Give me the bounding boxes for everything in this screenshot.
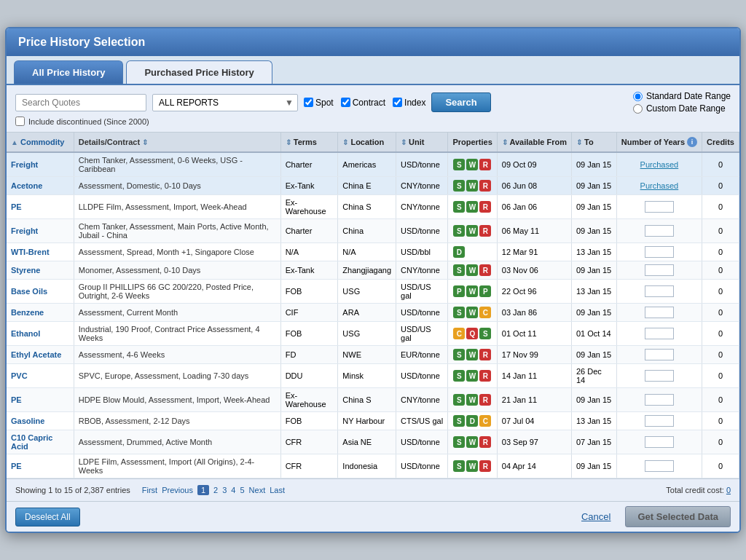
pagination-page-5[interactable]: 5 <box>240 486 244 494</box>
badge-r: R <box>479 264 491 276</box>
cell-available-from: 09 Oct 09 <box>497 152 571 177</box>
pagination-last[interactable]: Last <box>270 486 285 494</box>
search-button[interactable]: Search <box>431 92 490 112</box>
pagination-first[interactable]: First <box>142 486 157 494</box>
report-select[interactable]: ALL REPORTS <box>152 94 298 111</box>
cell-unit: EUR/tonne <box>396 346 448 364</box>
deselect-all-button[interactable]: Deselect All <box>15 508 80 527</box>
years-input[interactable] <box>645 264 674 276</box>
cell-years[interactable] <box>616 304 702 322</box>
filter-checkboxes: Spot Contract Index <box>304 98 425 108</box>
pagination-current[interactable]: 1 <box>197 485 209 495</box>
cell-credits: 0 <box>702 304 739 322</box>
total-cost-value[interactable]: 0 <box>726 486 731 494</box>
th-terms[interactable]: ⇕ Terms <box>280 133 338 152</box>
table-row[interactable]: Gasoline RBOB, Assessment, 2-12 Days FOB… <box>7 412 739 430</box>
index-checkbox[interactable]: Index <box>393 98 425 108</box>
table-row[interactable]: PE LLDPE Film, Assessment, Import, Week-… <box>7 195 739 219</box>
table-row[interactable]: Base Oils Group II PHILLIPS 66 GC 200/22… <box>7 280 739 304</box>
years-input[interactable] <box>645 307 674 318</box>
badge-w: W <box>466 180 478 192</box>
table-row[interactable]: Acetone Assessment, Domestic, 0-10 Days … <box>7 177 739 195</box>
th-unit[interactable]: ⇕ Unit <box>396 133 448 152</box>
pagination-page-2[interactable]: 2 <box>213 486 218 494</box>
cell-to: 09 Jan 15 <box>571 195 616 219</box>
cell-years[interactable] <box>616 430 702 454</box>
years-input[interactable] <box>645 460 674 472</box>
cell-years[interactable] <box>616 322 702 346</box>
years-input[interactable] <box>645 370 674 382</box>
cell-unit: CNY/tonne <box>396 195 448 219</box>
table-row[interactable]: Styrene Monomer, Assessment, 0-10 Days E… <box>7 261 739 280</box>
standard-date-range[interactable]: Standard Date Range <box>633 91 731 101</box>
cell-commodity: Freight <box>7 219 74 243</box>
cell-years[interactable]: Purchased <box>616 177 702 195</box>
purchased-link[interactable]: Purchased <box>640 160 679 169</box>
table-row[interactable]: Benzene Assessment, Current Month CIF AR… <box>7 304 739 322</box>
search-input[interactable] <box>15 94 146 111</box>
cell-years[interactable] <box>616 454 702 478</box>
years-input[interactable] <box>645 349 674 360</box>
th-location[interactable]: ⇕ Location <box>338 133 396 152</box>
table-row[interactable]: C10 Capric Acid Assessment, Drummed, Act… <box>7 430 739 454</box>
badge-w: W <box>466 159 478 170</box>
cell-commodity: Ethanol <box>7 322 74 346</box>
table-row[interactable]: PE HDPE Blow Mould, Assessment, Import, … <box>7 388 739 412</box>
custom-date-range[interactable]: Custom Date Range <box>633 103 731 114</box>
include-discontinued-checkbox[interactable]: Include discontinued (Since 2000) <box>15 117 149 126</box>
tab-purchased-price-history[interactable]: Purchased Price History <box>126 60 272 84</box>
cell-terms: N/A <box>280 243 338 261</box>
get-selected-data-button[interactable]: Get Selected Data <box>625 506 731 527</box>
table-row[interactable]: Ethyl Acetate Assessment, 4-6 Weeks FD N… <box>7 346 739 364</box>
cell-years[interactable] <box>616 346 702 364</box>
cell-properties: SWR <box>448 261 497 280</box>
years-input[interactable] <box>645 328 674 339</box>
cell-years[interactable] <box>616 261 702 280</box>
cell-years[interactable] <box>616 364 702 388</box>
cell-years[interactable] <box>616 219 702 243</box>
cell-years[interactable] <box>616 412 702 430</box>
table-row[interactable]: PVC SPVC, Europe, Assessment, Loading 7-… <box>7 364 739 388</box>
table-row[interactable]: PE LDPE Film, Assessment, Import (All Or… <box>7 454 739 478</box>
years-input[interactable] <box>645 415 674 427</box>
badge-w: W <box>466 201 478 213</box>
cell-location: N/A <box>338 243 396 261</box>
badge-s: S <box>453 225 465 237</box>
cell-years[interactable] <box>616 388 702 412</box>
th-details[interactable]: Details/Contract ⇕ <box>74 133 280 152</box>
th-to[interactable]: ⇕ To <box>571 133 616 152</box>
cell-years[interactable] <box>616 280 702 304</box>
table-row[interactable]: WTI-Brent Assessment, Spread, Month +1, … <box>7 243 739 261</box>
table-row[interactable]: Freight Chem Tanker, Assessment, Main Po… <box>7 219 739 243</box>
pagination-next[interactable]: Next <box>249 486 266 494</box>
purchased-link[interactable]: Purchased <box>640 181 679 190</box>
cell-years[interactable] <box>616 195 702 219</box>
years-input[interactable] <box>645 394 674 406</box>
years-input[interactable] <box>645 225 674 237</box>
contract-checkbox[interactable]: Contract <box>341 98 385 108</box>
pagination-previous[interactable]: Previous <box>162 486 193 494</box>
years-input[interactable] <box>645 285 674 297</box>
cell-years[interactable]: Purchased <box>616 152 702 177</box>
pagination-page-4[interactable]: 4 <box>231 486 235 494</box>
th-commodity[interactable]: ▲ Commodity <box>7 133 74 152</box>
total-cost-label: Total credit cost: 0 <box>666 486 731 494</box>
badge-s: S <box>453 264 465 276</box>
th-available-from[interactable]: ⇕ Available From <box>497 133 571 152</box>
cancel-button[interactable]: Cancel <box>576 508 616 526</box>
years-input[interactable] <box>645 201 674 213</box>
spot-checkbox[interactable]: Spot <box>304 98 334 108</box>
years-input[interactable] <box>645 246 674 258</box>
tab-all-price-history[interactable]: All Price History <box>14 60 123 84</box>
years-input[interactable] <box>645 436 674 448</box>
cell-years[interactable] <box>616 243 702 261</box>
cell-available-from: 06 Jan 06 <box>497 195 571 219</box>
table-row[interactable]: Ethanol Industrial, 190 Proof, Contract … <box>7 322 739 346</box>
cell-to: 09 Jan 15 <box>571 261 616 280</box>
years-info-icon[interactable]: i <box>687 137 697 147</box>
table-row[interactable]: Freight Chem Tanker, Assessment, 0-6 Wee… <box>7 152 739 177</box>
cell-location: Minsk <box>338 364 396 388</box>
pagination-page-3[interactable]: 3 <box>222 486 227 494</box>
cell-available-from: 03 Nov 06 <box>497 261 571 280</box>
cell-details: SPVC, Europe, Assessment, Loading 7-30 d… <box>74 364 280 388</box>
